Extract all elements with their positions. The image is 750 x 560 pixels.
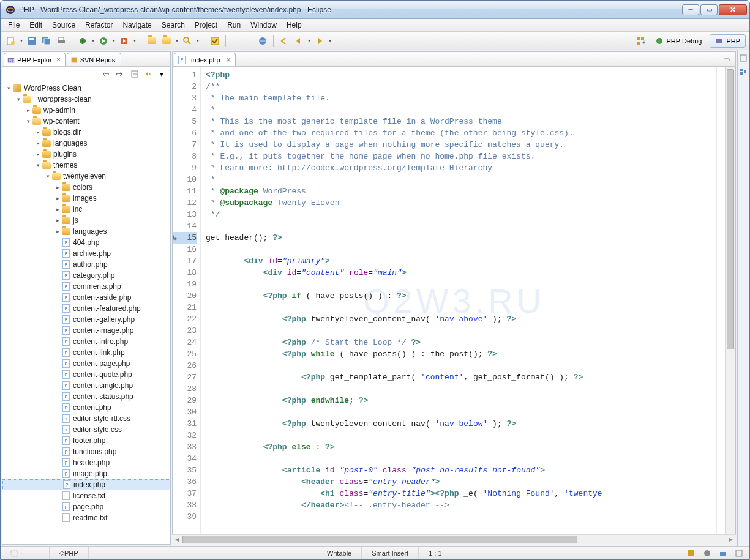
menu-window[interactable]: Window <box>246 20 282 31</box>
maximize-editor-button[interactable]: ▭ <box>719 53 733 66</box>
overview-ruler[interactable] <box>716 67 725 534</box>
back-button[interactable] <box>292 34 306 48</box>
tree-item[interactable]: content-aside.php <box>2 292 170 303</box>
open-perspective-button[interactable]: + <box>634 34 647 48</box>
tray-icon-4[interactable] <box>732 547 746 560</box>
status-marker[interactable]: ◦ <box>1 547 50 559</box>
save-button[interactable] <box>25 34 39 48</box>
tree-item[interactable]: ▸languages <box>2 226 170 237</box>
view-menu-button[interactable]: ▾ <box>156 68 168 80</box>
perspective-php-debug[interactable]: PHP Debug <box>650 34 707 48</box>
menu-project[interactable]: Project <box>190 20 222 31</box>
tree-item[interactable]: functions.php <box>2 446 170 457</box>
tree-item[interactable]: ▸js <box>2 215 170 226</box>
forward-history-button[interactable]: ⇨ <box>113 68 126 80</box>
vertical-scrollbar[interactable] <box>725 67 735 534</box>
menu-source[interactable]: Source <box>47 20 80 31</box>
tab-php-explorer[interactable]: PHP PHP Explor ✕ <box>4 53 66 66</box>
close-icon[interactable]: ✕ <box>56 56 61 64</box>
tree-item[interactable]: author.php <box>2 259 170 270</box>
tree-item[interactable]: content-image.php <box>2 325 170 336</box>
tree-item[interactable]: ▾_wordpress-clean <box>2 94 170 105</box>
last-edit-button[interactable] <box>277 34 291 48</box>
tree-item[interactable]: content.php <box>2 402 170 413</box>
breadcrumb[interactable]: ◇ PHP <box>50 547 89 559</box>
save-all-button[interactable] <box>40 34 53 48</box>
tree-item[interactable]: ▾WordPress Clean <box>2 83 170 94</box>
menu-file[interactable]: File <box>3 20 24 31</box>
tree-item[interactable]: archive.php <box>2 248 170 259</box>
code-area[interactable]: <?php/** * The main template file. * * T… <box>201 67 716 534</box>
tree-item[interactable]: content-intro.php <box>2 336 170 347</box>
menu-edit[interactable]: Edit <box>24 20 47 31</box>
project-tree[interactable]: ▾WordPress Clean▾_wordpress-clean▸wp-adm… <box>2 81 170 544</box>
tray-icon-3[interactable] <box>716 547 730 560</box>
tree-item[interactable]: content-featured.php <box>2 303 170 314</box>
perspective-php[interactable]: PHP <box>710 34 746 48</box>
menu-run[interactable]: Run <box>222 20 246 31</box>
tree-item[interactable]: footer.php <box>2 435 170 446</box>
tree-item[interactable]: ▾twentyeleven <box>2 171 170 182</box>
search-button[interactable] <box>181 34 194 48</box>
tree-item[interactable]: image.php <box>2 468 170 479</box>
tree-item[interactable]: ▾wp-content <box>2 116 170 127</box>
tray-icon-1[interactable] <box>684 547 698 560</box>
tree-item[interactable]: readme.txt <box>2 512 170 523</box>
tree-item[interactable]: seditor-style-rtl.css <box>2 413 170 424</box>
line-gutter[interactable]: 1234567891011121314151617181920212223242… <box>173 67 201 534</box>
debug-button[interactable] <box>76 34 89 48</box>
tray-icon-2[interactable] <box>700 547 714 560</box>
tree-item[interactable]: ▸plugins <box>2 149 170 160</box>
tree-item[interactable]: content-single.php <box>2 380 170 391</box>
external-tools-button[interactable] <box>118 34 131 48</box>
tree-item[interactable]: index.php <box>2 479 170 490</box>
tree-item[interactable]: comments.php <box>2 281 170 292</box>
tab-svn-repositories[interactable]: SVN Reposi <box>67 53 121 66</box>
outline-icon[interactable] <box>739 67 749 77</box>
tree-item[interactable]: ▸wp-admin <box>2 105 170 116</box>
run-button[interactable] <box>97 34 110 48</box>
tree-item[interactable]: ▸inc <box>2 204 170 215</box>
tree-item[interactable]: content-status.php <box>2 391 170 402</box>
tree-item[interactable]: content-page.php <box>2 358 170 369</box>
tree-item[interactable]: license.txt <box>2 490 170 501</box>
editor-tab-index[interactable]: index.php ✕ <box>174 53 236 66</box>
link-editor-button[interactable] <box>142 68 154 80</box>
tree-item[interactable]: ▸blogs.dir <box>2 127 170 138</box>
open-task-button[interactable] <box>160 34 173 48</box>
restore-icon[interactable] <box>739 54 749 64</box>
back-history-button[interactable]: ⇦ <box>100 68 112 80</box>
svg-point-3 <box>11 41 15 45</box>
tree-item[interactable]: header.php <box>2 457 170 468</box>
minimize-button[interactable]: ─ <box>682 4 699 15</box>
menu-refactor[interactable]: Refactor <box>80 20 118 31</box>
horizontal-scrollbar[interactable]: ◂ ▸ <box>172 534 736 545</box>
open-type-button[interactable] <box>145 34 159 48</box>
web-browser-button[interactable] <box>256 34 269 48</box>
close-icon[interactable]: ✕ <box>225 56 231 64</box>
menu-search[interactable]: Search <box>157 20 190 31</box>
tree-item[interactable]: content-gallery.php <box>2 314 170 325</box>
tree-item[interactable]: ▾themes <box>2 160 170 171</box>
code-editor[interactable]: 1234567891011121314151617181920212223242… <box>172 66 736 534</box>
forward-button[interactable] <box>313 34 326 48</box>
print-button[interactable] <box>54 34 68 48</box>
menu-navigate[interactable]: Navigate <box>118 20 156 31</box>
toolbar: ▾ ▾ ▾ ▾ ▾ ▾ ▾ ▾ + PHP Debug PHP <box>1 32 749 50</box>
collapse-all-button[interactable] <box>129 68 141 80</box>
tree-item[interactable]: category.php <box>2 270 170 281</box>
tree-item[interactable]: ▸images <box>2 193 170 204</box>
tree-item[interactable]: 404.php <box>2 237 170 248</box>
close-button[interactable]: ✕ <box>719 4 747 15</box>
svg-rect-17 <box>637 37 640 40</box>
menu-help[interactable]: Help <box>282 20 307 31</box>
tree-item[interactable]: seditor-style.css <box>2 424 170 435</box>
tree-item[interactable]: ▸colors <box>2 182 170 193</box>
tree-item[interactable]: ▸languages <box>2 138 170 149</box>
maximize-button[interactable]: ▭ <box>700 4 718 15</box>
tree-item[interactable]: page.php <box>2 501 170 512</box>
tree-item[interactable]: content-quote.php <box>2 369 170 380</box>
new-button[interactable] <box>4 34 18 48</box>
toggle-mark-button[interactable] <box>208 34 222 48</box>
tree-item[interactable]: content-link.php <box>2 347 170 358</box>
